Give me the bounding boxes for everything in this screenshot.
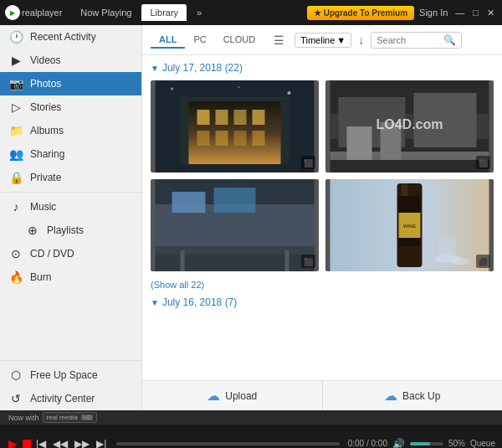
progress-bar[interactable] [116,442,339,445]
sidebar-item-free-up-space[interactable]: ⬡ Free Up Space [0,363,141,387]
photo-type-icon-transit: ⬛ [479,159,488,167]
cd-dvd-icon: ⊙ [8,247,23,260]
photo-building[interactable]: ⬛ [151,80,319,173]
library-tab[interactable]: Library [141,4,187,21]
section-header-july16[interactable]: ▼ July 16, 2018 (7) [151,296,494,308]
svg-text:LO4D.com: LO4D.com [376,117,443,131]
filter-tab-pc[interactable]: PC [185,32,214,49]
photo-type-icon-building: ⬛ [304,159,313,167]
sign-in-link[interactable]: Sign In [419,8,448,18]
svg-point-12 [288,91,291,95]
svg-text:WINE: WINE [403,224,417,229]
sidebar-item-cd-dvd[interactable]: ⊙ CD / DVD [0,242,141,265]
photo-type-icon-wine: ⬛ [479,258,488,266]
menu-icon[interactable]: ☰ [270,33,288,47]
sidebar-label-photos: Photos [30,78,61,90]
sidebar-item-playlists[interactable]: ⊕ Playlists [0,219,141,242]
sidebar-item-music[interactable]: ♪ Music [0,195,141,219]
sidebar-label-sharing: Sharing [30,148,64,160]
top-bar: realplayer Now Playing Library » ★ Upgra… [0,0,502,25]
sidebar-label-burn: Burn [30,271,51,283]
photo-subway[interactable]: ⬛ [151,179,319,271]
prev-button[interactable]: |◀ [34,438,48,449]
upgrade-button[interactable]: ★ Upgrade To Premium [307,6,414,20]
upload-cloud-icon: ☁ [207,388,220,404]
photos-icon: 📷 [8,77,23,90]
photo-overlay-wine: ⬛ [476,255,490,268]
minimize-button[interactable]: — [453,8,467,18]
sidebar-item-albums[interactable]: 📁 Albums [0,119,141,142]
photo-transit[interactable]: LO4D.com ⬛ [325,80,494,173]
search-box: 🔍 [371,32,462,49]
volume-percent: 50% [448,439,465,448]
svg-rect-27 [214,188,256,213]
sidebar-item-private[interactable]: 🔒 Private [0,166,141,189]
filter-tab-all[interactable]: ALL [151,32,185,49]
volume-bar[interactable] [410,442,443,445]
section-arrow-july16: ▼ [151,298,159,307]
sidebar-item-photos[interactable]: 📷 Photos [0,72,141,95]
section-header-july17[interactable]: ▼ July 17, 2018 (22) [151,62,494,74]
sidebar-label-playlists: Playlists [47,224,84,236]
sidebar-item-videos[interactable]: ▶ Videos [0,49,141,72]
upload-button[interactable]: ☁ Upload [142,381,322,410]
now-with-bar: Now with real media HD [0,410,502,425]
backup-label: Back Up [402,390,440,402]
realplayer-logo-icon [5,5,20,20]
sidebar-item-burn[interactable]: 🔥 Burn [0,265,141,289]
sidebar-label-recent-activity: Recent Activity [30,31,96,43]
search-input[interactable] [376,35,443,45]
volume-fill [410,442,430,445]
play-button[interactable]: ▶ [7,437,19,449]
sidebar-item-recent-activity[interactable]: 🕐 Recent Activity [0,25,141,49]
stop-button[interactable] [23,440,31,448]
logo: realplayer [5,5,62,20]
timeline-select[interactable]: Timeline ▼ [295,33,351,48]
show-all-link[interactable]: (Show all 22) [151,280,494,290]
now-playing-tab[interactable]: Now Playing [72,4,140,21]
photo-wine[interactable]: WINE ⬛ [325,179,494,271]
rewind-button[interactable]: ◀◀ [51,438,69,449]
timeline-label: Timeline [300,35,335,45]
backup-button[interactable]: ☁ Back Up [323,381,503,410]
sidebar-item-stories[interactable]: ▷ Stories [0,95,141,119]
hd-badge: HD [81,415,93,420]
svg-rect-26 [172,192,206,213]
fast-forward-button[interactable]: ▶▶ [73,438,91,449]
playlists-icon: ⊕ [25,224,40,237]
svg-point-14 [238,86,240,88]
photo-grid-july17: ⬛ LO4D.com [151,80,494,271]
svg-rect-39 [439,238,456,259]
sidebar-label-cd-dvd: CD / DVD [30,248,74,260]
sidebar-item-sharing[interactable]: 👥 Sharing [0,142,141,166]
stories-icon: ▷ [8,100,23,114]
realmedia-badge: real media HD [43,412,98,423]
svg-rect-9 [216,131,228,146]
upload-label: Upload [225,390,257,402]
close-button[interactable]: ✕ [484,8,497,18]
top-right-controls: ★ Upgrade To Premium Sign In — □ ✕ [307,6,497,20]
videos-icon: ▶ [8,54,23,67]
svg-rect-11 [253,131,265,146]
content-area: ALL PC CLOUD ☰ Timeline ▼ ↓ 🔍 ▼ July 17,… [142,25,502,410]
sidebar-divider-1 [0,192,141,193]
sidebar-divider-2 [0,360,141,361]
sidebar-item-activity-center[interactable]: ↺ Activity Center [0,387,141,410]
window-controls: — □ ✕ [453,8,497,18]
next-button[interactable]: ▶| [95,438,108,449]
upload-bar: ☁ Upload ☁ Back Up [142,380,502,410]
svg-point-40 [450,258,470,265]
filter-tabs: ALL PC CLOUD [151,32,264,49]
maximize-button[interactable]: □ [470,8,481,18]
filter-tab-cloud[interactable]: CLOUD [215,32,264,49]
app-name: realplayer [22,8,62,18]
sort-icon[interactable]: ↓ [358,33,364,47]
svg-rect-29 [156,246,315,255]
more-tab[interactable]: » [188,4,210,21]
queue-label[interactable]: Queue [470,439,495,448]
sidebar: 🕐 Recent Activity ▶ Videos 📷 Photos ▷ St… [0,25,142,410]
toolbar: ALL PC CLOUD ☰ Timeline ▼ ↓ 🔍 [142,25,502,55]
timeline-dropdown-arrow: ▼ [336,35,346,45]
burn-icon: 🔥 [8,270,23,284]
svg-rect-7 [253,110,265,125]
